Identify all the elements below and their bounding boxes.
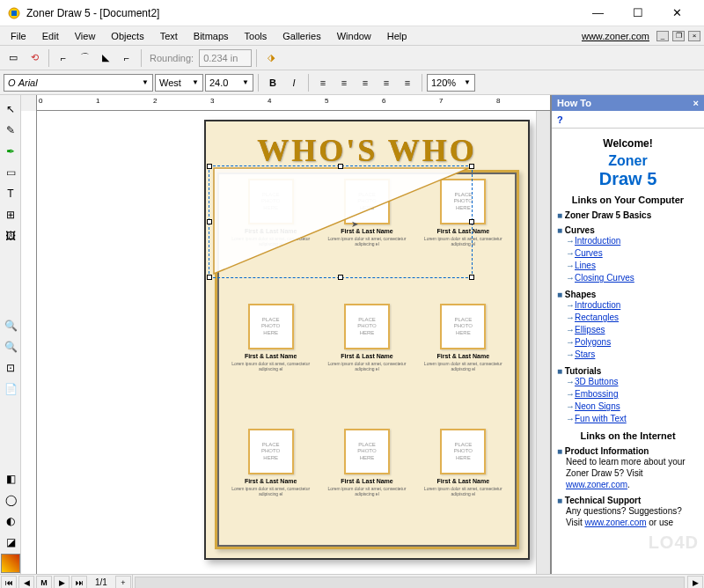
page-nav: ⏮ ◀ M ▶ ⏭ 1/1 + (0, 575, 133, 588)
help-icon[interactable]: ? (557, 114, 563, 125)
maximize-button[interactable]: ☐ (618, 0, 657, 26)
pagenav-add-icon[interactable]: + (115, 576, 131, 589)
zoom-in-icon[interactable]: 🔍 (1, 316, 20, 335)
menu-bitmaps[interactable]: Bitmaps (187, 29, 236, 43)
mdi-minimize-button[interactable]: _ (656, 31, 669, 41)
shape-edit-tool-icon[interactable]: ✎ (1, 121, 20, 140)
link-shape-intro[interactable]: Introduction (566, 299, 699, 312)
photo-placeholder: PLACE PHOTO HERE (344, 179, 390, 224)
howto-close-icon[interactable]: × (693, 98, 699, 108)
menu-edit[interactable]: Edit (35, 29, 66, 43)
bold-button[interactable]: B (263, 73, 282, 92)
shadow-tool-icon[interactable]: ◪ (1, 533, 20, 552)
fill-tool-icon[interactable]: ◧ (1, 469, 20, 489)
card-item: PLACE PHOTO HEREFirst & Last NameLorem i… (224, 179, 318, 302)
link-neon-signs[interactable]: Neon Signs (566, 401, 699, 413)
image-tool-icon[interactable]: 🖼 (1, 226, 20, 246)
italic-button[interactable]: I (284, 73, 304, 92)
size-select[interactable]: 24.0▼ (205, 74, 253, 92)
mdi-restore-button[interactable]: ❐ (672, 31, 685, 41)
rectangle-tool-icon[interactable]: ▭ (1, 163, 20, 182)
howto-title: How To× (552, 95, 704, 111)
pagenav-prev-icon[interactable]: ◀ (18, 576, 34, 589)
menu-text[interactable]: Text (153, 29, 185, 43)
horizontal-scrollbar[interactable] (135, 577, 685, 589)
pagenav-last-icon[interactable]: ⏭ (71, 576, 87, 589)
photo-placeholder: PLACE PHOTO HERE (248, 429, 294, 474)
lang-select[interactable]: West▼ (155, 74, 203, 92)
app-icon (7, 6, 21, 20)
link-embossing[interactable]: Embossing (566, 388, 699, 401)
menu-tools[interactable]: Tools (238, 29, 275, 43)
scroll-right-icon[interactable]: ▶ (687, 576, 703, 589)
link-polygons[interactable]: Polygons (566, 336, 699, 349)
pen-tool-icon[interactable]: ✒ (1, 142, 20, 161)
font-select[interactable]: O Arial▼ (4, 74, 153, 92)
card-item: PLACE PHOTO HEREFirst & Last NameLorem i… (319, 429, 414, 552)
pagenav-first-icon[interactable]: ⏮ (1, 576, 17, 589)
page-counter: 1/1 (88, 577, 114, 587)
card-item: PLACE PHOTO HEREFirst & Last NameLorem i… (416, 304, 510, 427)
rounding-input[interactable]: 0.234 in (199, 49, 252, 67)
document-page[interactable]: WHO'S WHO PLACE PHOTO HEREFirst & Last N… (204, 120, 530, 560)
menubar: File Edit View Objects Text Bitmaps Tool… (0, 26, 704, 46)
link-stars[interactable]: Stars (566, 349, 699, 361)
link-rectangles[interactable]: Rectangles (566, 312, 699, 324)
snap-icon[interactable]: ⬗ (261, 48, 281, 68)
align-center-icon[interactable]: ≡ (334, 73, 354, 92)
mdi-close-button[interactable]: × (688, 31, 700, 41)
links-computer-heading: Links on Your Computer (557, 195, 699, 205)
rect-tool-icon[interactable]: ▭ (4, 48, 23, 68)
text-tool-icon[interactable]: T (1, 184, 20, 203)
align-left-icon[interactable]: ≡ (313, 73, 333, 92)
pagenav-next-icon[interactable]: ▶ (54, 576, 70, 589)
support-url[interactable]: www.zoner.com (585, 518, 647, 527)
link-ellipses[interactable]: Ellipses (566, 324, 699, 336)
corner-square-icon[interactable]: ⌐ (54, 48, 73, 68)
table-tool-icon[interactable]: ⊞ (1, 205, 20, 224)
link-closing-curves[interactable]: Closing Curves (566, 272, 699, 284)
bottom-bar: ⏮ ◀ M ▶ ⏭ 1/1 + ▶ (0, 574, 704, 588)
card-item: PLACE PHOTO HEREFirst & Last NameLorem i… (319, 304, 414, 427)
zoom-page-icon[interactable]: 📄 (1, 379, 20, 399)
menu-file[interactable]: File (4, 29, 33, 43)
zoner-url[interactable]: www.zoner.com (582, 31, 649, 41)
close-button[interactable]: ✕ (657, 0, 697, 26)
menu-objects[interactable]: Objects (104, 29, 150, 43)
rotate-tool-icon[interactable]: ⟲ (25, 48, 44, 68)
align-justify-icon[interactable]: ≡ (377, 73, 396, 92)
corner-round-icon[interactable]: ⌒ (75, 48, 94, 68)
zoom-fit-icon[interactable]: ⊡ (1, 358, 20, 378)
transparency-tool-icon[interactable]: ◐ (1, 511, 20, 531)
color-swatch-icon[interactable] (1, 554, 20, 573)
corner-inset-icon[interactable]: ⌐ (117, 48, 136, 68)
link-3d-buttons[interactable]: 3D Buttons (566, 376, 699, 388)
shape-toolbar: ▭ ⟲ ⌐ ⌒ ◣ ⌐ Rounding: 0.234 in ⬗ (0, 46, 704, 70)
menu-help[interactable]: Help (380, 29, 414, 43)
corner-cut-icon[interactable]: ◣ (96, 48, 115, 68)
menu-view[interactable]: View (68, 29, 103, 43)
zoom-select[interactable]: 120%▼ (427, 74, 475, 92)
outline-tool-icon[interactable]: ◯ (1, 490, 20, 510)
menu-galleries[interactable]: Galleries (275, 29, 327, 43)
card-item: PLACE PHOTO HEREFirst & Last NameLorem i… (224, 304, 318, 427)
align-right-icon[interactable]: ≡ (356, 73, 375, 92)
menu-window[interactable]: Window (330, 29, 378, 43)
link-fun-with-text[interactable]: Fun with Text (566, 413, 699, 425)
howto-body[interactable]: Welcome! ZonerDraw 5 Links on Your Compu… (552, 129, 704, 574)
canvas[interactable]: WHO'S WHO PLACE PHOTO HEREFirst & Last N… (37, 111, 536, 574)
product-url[interactable]: www.zoner.com (566, 480, 627, 489)
photo-placeholder: PLACE PHOTO HERE (248, 179, 294, 224)
card-item: PLACE PHOTO HEREFirst & Last NameLorem i… (416, 179, 510, 302)
link-introduction[interactable]: Introduction (566, 235, 699, 247)
window-title: Zoner Draw 5 - [Document2] (26, 7, 578, 19)
card-item: PLACE PHOTO HEREFirst & Last NameLorem i… (224, 429, 318, 552)
vertical-scrollbar[interactable] (536, 111, 550, 574)
link-lines[interactable]: Lines (566, 260, 699, 272)
master-page-button[interactable]: M (36, 576, 52, 589)
arrow-tool-icon[interactable]: ↖ (1, 99, 20, 119)
link-curves[interactable]: Curves (566, 247, 699, 260)
zoom-out-icon[interactable]: 🔍 (1, 337, 20, 356)
align-full-icon[interactable]: ≡ (398, 73, 417, 92)
minimize-button[interactable]: — (578, 0, 618, 26)
